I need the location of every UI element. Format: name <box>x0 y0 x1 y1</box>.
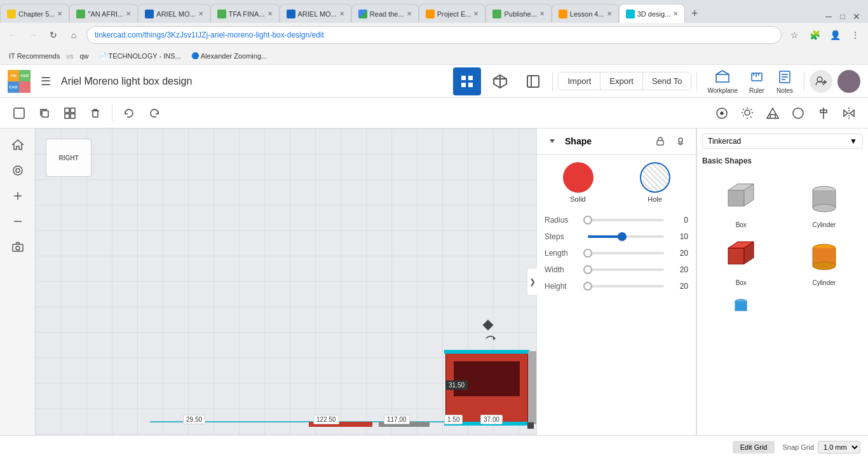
undo-button[interactable] <box>118 102 140 125</box>
tab-4-close[interactable]: ✕ <box>268 10 273 17</box>
svg-rect-24 <box>42 111 48 117</box>
light-button[interactable] <box>736 102 759 125</box>
tab-1-favicon <box>7 10 16 18</box>
new-object-button[interactable] <box>8 102 31 125</box>
tab-1[interactable]: Chapter 5... ✕ <box>0 4 69 23</box>
shape-tool-button[interactable] <box>761 102 784 125</box>
menu-button[interactable]: ⋮ <box>848 27 863 43</box>
import-button[interactable]: Import <box>559 73 600 90</box>
bookmark-1[interactable]: IT Recommends <box>5 51 64 61</box>
snap-grid-select[interactable]: 1.0 mm 0.5 mm 2.0 mm <box>818 441 860 454</box>
height-slider-container <box>588 285 664 288</box>
annotation-button[interactable] <box>710 102 733 125</box>
lightbulb-icon[interactable] <box>673 134 688 149</box>
tab-10[interactable]: 3D desig... ✕ <box>619 4 686 23</box>
extensions-button[interactable]: 🧩 <box>807 27 822 43</box>
bookmark-3[interactable]: 📄 TECHNOLOGY - INS... <box>95 51 185 61</box>
edit-grid-button[interactable]: Edit Grid <box>733 441 775 454</box>
shape-item-cylinder-orange[interactable]: Cylinder <box>785 236 864 289</box>
tab-9-close[interactable]: ✕ <box>607 10 612 17</box>
zoom-out-button[interactable] <box>6 210 29 233</box>
tab-2[interactable]: "AN AFRI... ✕ <box>69 4 138 23</box>
ruler-button[interactable]: Ruler <box>748 68 766 94</box>
tab-6-close[interactable]: ✕ <box>407 10 412 17</box>
group-button[interactable] <box>58 102 81 125</box>
svg-point-40 <box>13 166 22 175</box>
hole-circle[interactable] <box>640 162 670 193</box>
profile-button[interactable]: 👤 <box>827 27 843 43</box>
hole-type[interactable]: Hole <box>640 162 670 203</box>
library-selector[interactable]: Tinkercad ▼ <box>702 134 863 149</box>
tab-8[interactable]: Publishe... ✕ <box>485 4 551 23</box>
tab-10-close[interactable]: ✕ <box>673 10 678 17</box>
cylinder-orange-icon <box>802 239 846 277</box>
grid-view-button[interactable] <box>453 67 481 95</box>
cylinder-gray-icon <box>802 181 846 219</box>
mirror-button[interactable] <box>837 102 860 125</box>
user-avatar[interactable] <box>837 70 860 93</box>
bookmark-2[interactable]: qw <box>76 51 93 61</box>
shape-item-partial[interactable] <box>702 294 780 319</box>
rotate-handle[interactable] <box>484 336 497 341</box>
library-category: Basic Shapes <box>702 154 863 168</box>
add-user-button[interactable] <box>810 70 832 93</box>
tab-9[interactable]: Lesson 4... ✕ <box>552 4 619 23</box>
align-button[interactable] <box>812 102 835 125</box>
browser-chrome: Chapter 5... ✕ "AN AFRI... ✕ ARIEL MO...… <box>0 0 868 65</box>
camera-button[interactable] <box>6 235 29 258</box>
tab-6[interactable]: Read the... ✕ <box>351 4 419 23</box>
tab-2-close[interactable]: ✕ <box>126 10 131 17</box>
bookmark-4[interactable]: 🔵 Alexander Zooming... <box>187 51 271 61</box>
delete-button[interactable] <box>84 102 107 125</box>
tab-5-close[interactable]: ✕ <box>339 10 344 17</box>
tab-3-close[interactable]: ✕ <box>198 10 203 17</box>
refresh-button[interactable]: ↻ <box>46 27 61 43</box>
svg-rect-0 <box>461 76 466 80</box>
solid-circle[interactable] <box>563 162 593 193</box>
redo-button[interactable] <box>143 102 166 125</box>
shape-item-cylinder-gray[interactable]: Cylinder <box>785 178 864 231</box>
bookmark-star[interactable]: ☆ <box>787 27 802 43</box>
tab-4[interactable]: TFA FINA... ✕ <box>210 4 280 23</box>
workplane-button[interactable]: Workplane <box>707 68 738 94</box>
resize-handle-br[interactable] <box>527 422 534 429</box>
maximize-button[interactable]: □ <box>836 10 849 23</box>
minimize-button[interactable]: ─ <box>822 10 835 23</box>
home-view-button[interactable] <box>6 134 29 156</box>
copy-button[interactable] <box>33 102 56 125</box>
circle-tool-button[interactable] <box>787 102 810 125</box>
new-tab-button[interactable]: + <box>685 4 704 23</box>
forward-button[interactable]: → <box>25 27 41 43</box>
tab-3[interactable]: ARIEL MO... ✕ <box>138 4 210 23</box>
svg-point-34 <box>793 108 803 118</box>
steps-label: Steps <box>545 232 583 241</box>
viewport[interactable]: RIGHT <box>36 128 696 435</box>
export-button[interactable]: Export <box>600 73 643 90</box>
notes-button[interactable]: Notes <box>776 68 794 94</box>
shape-item-box-gray[interactable]: Box <box>702 178 780 231</box>
solid-type[interactable]: Solid <box>563 162 593 203</box>
shape-panel-collapse-btn[interactable] <box>545 134 560 149</box>
svg-point-31 <box>721 112 723 114</box>
3d-view-button[interactable] <box>486 67 514 95</box>
home-button[interactable]: ⌂ <box>66 27 81 43</box>
tab-7-close[interactable]: ✕ <box>473 10 478 17</box>
tab-7[interactable]: Project E... ✕ <box>419 4 486 23</box>
code-view-button[interactable] <box>519 67 547 95</box>
fit-view-button[interactable] <box>6 159 29 182</box>
shape-panel: ❯ Shape <box>536 128 696 435</box>
hamburger-button[interactable]: ☰ <box>36 71 56 92</box>
tab-5[interactable]: ARIEL MO... ✕ <box>280 4 351 23</box>
send-to-button[interactable]: Send To <box>643 73 691 90</box>
partial-shape-icon <box>719 296 763 317</box>
address-input[interactable] <box>86 26 782 44</box>
tab-8-close[interactable]: ✕ <box>539 10 545 17</box>
shape-item-box-red[interactable]: Box <box>702 236 780 289</box>
back-button[interactable]: ← <box>5 27 20 43</box>
zoom-in-button[interactable] <box>6 184 29 207</box>
tab-1-close[interactable]: ✕ <box>57 10 62 17</box>
close-window-button[interactable]: ✕ <box>850 10 863 23</box>
lock-icon[interactable] <box>653 134 668 149</box>
resize-handle-top[interactable] <box>483 320 494 331</box>
shape-panel-toggle[interactable]: ❯ <box>527 268 537 296</box>
